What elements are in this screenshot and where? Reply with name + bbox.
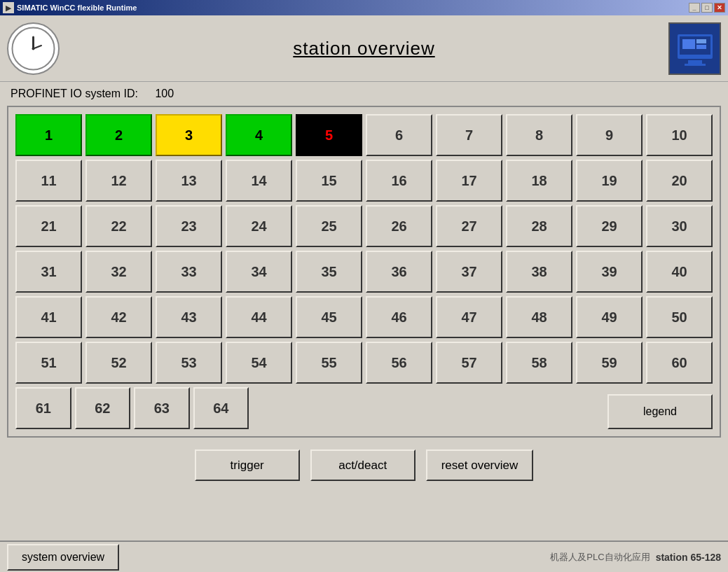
station-btn-21[interactable]: 21 (15, 205, 82, 247)
last-row-container: 61626364 legend (15, 387, 713, 429)
svg-rect-9 (688, 60, 702, 64)
station-btn-34[interactable]: 34 (226, 251, 292, 293)
station-btn-39[interactable]: 39 (576, 251, 643, 293)
station-btn-63[interactable]: 63 (134, 387, 190, 429)
station-btn-30[interactable]: 30 (646, 205, 713, 247)
header: station overview (0, 15, 728, 82)
station-btn-8[interactable]: 8 (506, 114, 572, 156)
station-range-text: station 65-128 (656, 552, 721, 563)
bottom-bar: trigger act/deact reset overview (0, 441, 728, 489)
station-btn-48[interactable]: 48 (506, 296, 572, 338)
station-btn-44[interactable]: 44 (226, 296, 292, 338)
station-btn-47[interactable]: 47 (436, 296, 502, 338)
station-btn-28[interactable]: 28 (506, 205, 572, 247)
station-btn-2[interactable]: 2 (85, 114, 152, 156)
station-btn-19[interactable]: 19 (576, 160, 643, 202)
title-text: SIMATIC WinCC flexible Runtime (17, 4, 689, 12)
station-btn-7[interactable]: 7 (436, 114, 502, 156)
maximize-button[interactable]: □ (701, 3, 713, 13)
station-btn-43[interactable]: 43 (156, 296, 222, 338)
station-btn-25[interactable]: 25 (296, 205, 362, 247)
station-btn-51[interactable]: 51 (15, 342, 82, 384)
station-btn-6[interactable]: 6 (366, 114, 432, 156)
station-btn-31[interactable]: 31 (15, 251, 82, 293)
station-btn-52[interactable]: 52 (85, 342, 152, 384)
station-btn-16[interactable]: 16 (366, 160, 432, 202)
station-btn-56[interactable]: 56 (366, 342, 432, 384)
station-btn-62[interactable]: 62 (75, 387, 131, 429)
clock-widget (7, 22, 60, 75)
profinet-bar: PROFINET IO system ID: 100 (0, 82, 728, 106)
station-btn-46[interactable]: 46 (366, 296, 432, 338)
station-btn-37[interactable]: 37 (436, 251, 502, 293)
station-btn-26[interactable]: 26 (366, 205, 432, 247)
profinet-label: PROFINET IO system ID: (11, 88, 138, 99)
station-btn-41[interactable]: 41 (15, 296, 82, 338)
station-btn-57[interactable]: 57 (436, 342, 502, 384)
station-btn-60[interactable]: 60 (646, 342, 713, 384)
station-btn-61[interactable]: 61 (15, 387, 71, 429)
trigger-button[interactable]: trigger (195, 449, 300, 481)
station-btn-42[interactable]: 42 (85, 296, 152, 338)
last-row-grid: 61626364 (15, 387, 604, 429)
station-btn-11[interactable]: 11 (15, 160, 82, 202)
title-bar: ▶ SIMATIC WinCC flexible Runtime _ □ ✕ (0, 0, 728, 15)
footer-right: 机器人及PLC自动化应用 station 65-128 (550, 551, 721, 564)
station-btn-23[interactable]: 23 (156, 205, 222, 247)
station-btn-3[interactable]: 3 (156, 114, 222, 156)
station-btn-58[interactable]: 58 (506, 342, 572, 384)
svg-rect-7 (696, 39, 706, 43)
main-window: station overview PROFINET IO system ID: … (0, 15, 728, 572)
station-btn-59[interactable]: 59 (576, 342, 643, 384)
app-icon: ▶ (3, 2, 14, 13)
logo-box (668, 22, 721, 75)
station-btn-45[interactable]: 45 (296, 296, 362, 338)
station-btn-18[interactable]: 18 (506, 160, 572, 202)
station-btn-24[interactable]: 24 (226, 205, 292, 247)
station-btn-35[interactable]: 35 (296, 251, 362, 293)
act-deact-button[interactable]: act/deact (310, 449, 415, 481)
page-title: station overview (60, 38, 668, 60)
svg-point-3 (32, 47, 35, 50)
station-btn-64[interactable]: 64 (193, 387, 249, 429)
svg-rect-10 (685, 64, 706, 66)
station-btn-14[interactable]: 14 (226, 160, 292, 202)
station-btn-27[interactable]: 27 (436, 205, 502, 247)
station-btn-12[interactable]: 12 (85, 160, 152, 202)
station-btn-4[interactable]: 4 (226, 114, 292, 156)
footer-bar: system overview 机器人及PLC自动化应用 station 65-… (0, 540, 728, 572)
svg-rect-8 (696, 45, 706, 49)
station-btn-53[interactable]: 53 (156, 342, 222, 384)
close-button[interactable]: ✕ (714, 3, 725, 13)
station-btn-55[interactable]: 55 (296, 342, 362, 384)
station-grid-area: 1234567891011121314151617181920212223242… (7, 106, 721, 438)
station-btn-9[interactable]: 9 (576, 114, 643, 156)
station-btn-17[interactable]: 17 (436, 160, 502, 202)
window-controls: _ □ ✕ (689, 3, 725, 13)
watermark-text: 机器人及PLC自动化应用 (550, 551, 650, 564)
logo-icon (674, 27, 716, 69)
system-overview-button[interactable]: system overview (7, 544, 119, 571)
legend-button[interactable]: legend (607, 394, 713, 429)
minimize-button[interactable]: _ (689, 3, 700, 13)
station-btn-22[interactable]: 22 (85, 205, 152, 247)
station-btn-20[interactable]: 20 (646, 160, 713, 202)
station-btn-15[interactable]: 15 (296, 160, 362, 202)
station-btn-10[interactable]: 10 (646, 114, 713, 156)
station-btn-5[interactable]: 5 (296, 114, 362, 156)
station-btn-38[interactable]: 38 (506, 251, 572, 293)
reset-overview-button[interactable]: reset overview (426, 449, 534, 481)
station-btn-13[interactable]: 13 (156, 160, 222, 202)
profinet-id: 100 (155, 88, 174, 99)
station-btn-1[interactable]: 1 (15, 114, 82, 156)
station-btn-49[interactable]: 49 (576, 296, 643, 338)
svg-rect-6 (682, 39, 695, 49)
clock-face (11, 26, 56, 71)
station-btn-36[interactable]: 36 (366, 251, 432, 293)
station-btn-50[interactable]: 50 (646, 296, 713, 338)
station-btn-29[interactable]: 29 (576, 205, 643, 247)
station-btn-40[interactable]: 40 (646, 251, 713, 293)
station-btn-33[interactable]: 33 (156, 251, 222, 293)
station-btn-54[interactable]: 54 (226, 342, 292, 384)
station-btn-32[interactable]: 32 (85, 251, 152, 293)
